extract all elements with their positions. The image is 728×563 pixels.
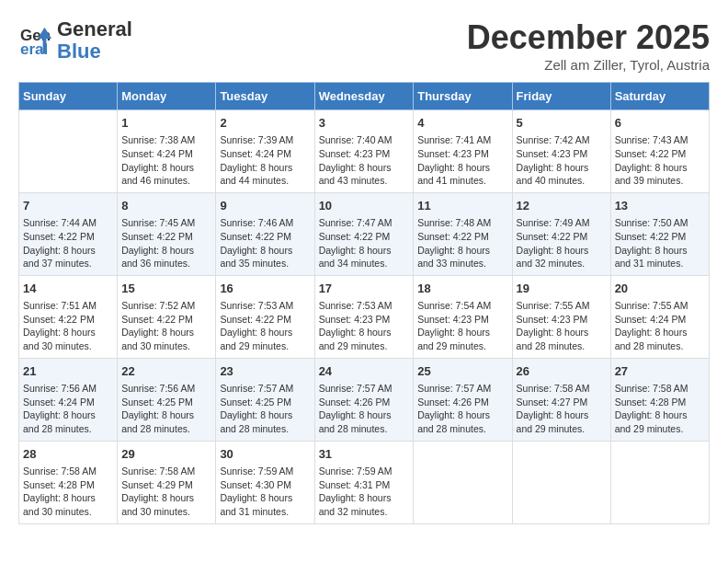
day-number: 30: [220, 446, 310, 463]
day-number: 4: [417, 115, 507, 132]
day-info: Sunrise: 7:43 AM Sunset: 4:22 PM Dayligh…: [615, 133, 705, 188]
weekday-header-tuesday: Tuesday: [216, 83, 314, 110]
day-info: Sunrise: 7:42 AM Sunset: 4:23 PM Dayligh…: [517, 133, 607, 188]
calendar-cell: 11Sunrise: 7:48 AM Sunset: 4:22 PM Dayli…: [414, 192, 512, 275]
weekday-header-friday: Friday: [512, 83, 610, 110]
day-info: Sunrise: 7:58 AM Sunset: 4:28 PM Dayligh…: [615, 382, 705, 436]
logo-line2: Blue: [57, 40, 101, 63]
day-info: Sunrise: 7:47 AM Sunset: 4:22 PM Dayligh…: [319, 216, 410, 270]
day-info: Sunrise: 7:48 AM Sunset: 4:22 PM Dayligh…: [417, 216, 507, 270]
day-info: Sunrise: 7:59 AM Sunset: 4:31 PM Dayligh…: [319, 465, 410, 519]
day-number: 9: [220, 198, 310, 214]
calendar-cell: 7Sunrise: 7:44 AM Sunset: 4:22 PM Daylig…: [19, 192, 118, 275]
page-header: Gen eral General Blue December 2025 Zell…: [18, 18, 710, 73]
calendar-cell: 9Sunrise: 7:46 AM Sunset: 4:22 PM Daylig…: [216, 192, 314, 275]
day-info: Sunrise: 7:51 AM Sunset: 4:22 PM Dayligh…: [23, 299, 113, 353]
calendar-cell: [414, 441, 512, 523]
day-number: 29: [121, 446, 211, 463]
calendar-cell: 23Sunrise: 7:57 AM Sunset: 4:25 PM Dayli…: [216, 358, 314, 441]
calendar-cell: 2Sunrise: 7:39 AM Sunset: 4:24 PM Daylig…: [216, 110, 314, 193]
calendar-cell: 18Sunrise: 7:54 AM Sunset: 4:23 PM Dayli…: [414, 275, 512, 358]
calendar-week-row: 1Sunrise: 7:38 AM Sunset: 4:24 PM Daylig…: [19, 110, 710, 193]
day-number: 6: [615, 115, 705, 132]
title-block: December 2025 Zell am Ziller, Tyrol, Aus…: [467, 18, 710, 73]
day-number: 27: [615, 363, 705, 380]
day-number: 7: [23, 198, 113, 214]
day-info: Sunrise: 7:59 AM Sunset: 4:30 PM Dayligh…: [220, 465, 310, 519]
calendar-cell: 8Sunrise: 7:45 AM Sunset: 4:22 PM Daylig…: [118, 192, 216, 275]
day-info: Sunrise: 7:45 AM Sunset: 4:22 PM Dayligh…: [121, 216, 211, 270]
calendar-cell: 27Sunrise: 7:58 AM Sunset: 4:28 PM Dayli…: [610, 358, 709, 441]
day-info: Sunrise: 7:57 AM Sunset: 4:26 PM Dayligh…: [417, 382, 507, 436]
calendar-week-row: 14Sunrise: 7:51 AM Sunset: 4:22 PM Dayli…: [19, 275, 710, 358]
calendar-cell: 30Sunrise: 7:59 AM Sunset: 4:30 PM Dayli…: [216, 441, 314, 523]
weekday-header-saturday: Saturday: [610, 83, 709, 110]
calendar-cell: 12Sunrise: 7:49 AM Sunset: 4:22 PM Dayli…: [512, 192, 610, 275]
calendar-cell: [512, 441, 610, 523]
day-number: 8: [121, 198, 211, 214]
day-number: 24: [319, 363, 410, 380]
calendar-cell: 28Sunrise: 7:58 AM Sunset: 4:28 PM Dayli…: [19, 441, 118, 523]
day-info: Sunrise: 7:39 AM Sunset: 4:24 PM Dayligh…: [220, 133, 310, 188]
day-number: 28: [23, 446, 113, 463]
day-number: 20: [615, 281, 705, 297]
calendar-cell: 21Sunrise: 7:56 AM Sunset: 4:24 PM Dayli…: [19, 358, 118, 441]
day-info: Sunrise: 7:38 AM Sunset: 4:24 PM Dayligh…: [121, 133, 211, 188]
calendar-cell: 6Sunrise: 7:43 AM Sunset: 4:22 PM Daylig…: [610, 110, 709, 193]
calendar-week-row: 7Sunrise: 7:44 AM Sunset: 4:22 PM Daylig…: [19, 192, 710, 275]
weekday-header-row: SundayMondayTuesdayWednesdayThursdayFrid…: [19, 83, 710, 110]
day-info: Sunrise: 7:46 AM Sunset: 4:22 PM Dayligh…: [220, 216, 310, 270]
calendar-week-row: 28Sunrise: 7:58 AM Sunset: 4:28 PM Dayli…: [19, 441, 710, 523]
day-info: Sunrise: 7:56 AM Sunset: 4:25 PM Dayligh…: [121, 382, 211, 436]
calendar-cell: [610, 441, 709, 523]
calendar-week-row: 21Sunrise: 7:56 AM Sunset: 4:24 PM Dayli…: [19, 358, 710, 441]
day-info: Sunrise: 7:50 AM Sunset: 4:22 PM Dayligh…: [615, 216, 705, 270]
day-info: Sunrise: 7:49 AM Sunset: 4:22 PM Dayligh…: [517, 216, 607, 270]
calendar-cell: 29Sunrise: 7:58 AM Sunset: 4:29 PM Dayli…: [118, 441, 216, 523]
day-number: 22: [121, 363, 211, 380]
day-number: 25: [417, 363, 507, 380]
weekday-header-sunday: Sunday: [19, 83, 118, 110]
day-number: 15: [121, 281, 211, 297]
weekday-header-thursday: Thursday: [414, 83, 512, 110]
day-info: Sunrise: 7:55 AM Sunset: 4:24 PM Dayligh…: [615, 299, 705, 353]
day-number: 10: [319, 198, 410, 214]
day-number: 26: [517, 363, 607, 380]
calendar-cell: 5Sunrise: 7:42 AM Sunset: 4:23 PM Daylig…: [512, 110, 610, 193]
day-info: Sunrise: 7:57 AM Sunset: 4:26 PM Dayligh…: [319, 382, 410, 436]
logo: Gen eral General Blue: [18, 18, 132, 63]
day-number: 14: [23, 281, 113, 297]
calendar-cell: 16Sunrise: 7:53 AM Sunset: 4:22 PM Dayli…: [216, 275, 314, 358]
day-number: 21: [23, 363, 113, 380]
calendar: SundayMondayTuesdayWednesdayThursdayFrid…: [18, 82, 710, 524]
calendar-cell: 3Sunrise: 7:40 AM Sunset: 4:23 PM Daylig…: [314, 110, 414, 193]
day-info: Sunrise: 7:40 AM Sunset: 4:23 PM Dayligh…: [319, 133, 410, 188]
calendar-cell: 14Sunrise: 7:51 AM Sunset: 4:22 PM Dayli…: [19, 275, 118, 358]
day-number: 18: [417, 281, 507, 297]
day-info: Sunrise: 7:53 AM Sunset: 4:23 PM Dayligh…: [319, 299, 410, 353]
calendar-cell: 1Sunrise: 7:38 AM Sunset: 4:24 PM Daylig…: [118, 110, 216, 193]
calendar-cell: 17Sunrise: 7:53 AM Sunset: 4:23 PM Dayli…: [314, 275, 414, 358]
logo-line1: General: [57, 17, 132, 40]
day-info: Sunrise: 7:53 AM Sunset: 4:22 PM Dayligh…: [220, 299, 310, 353]
calendar-cell: 24Sunrise: 7:57 AM Sunset: 4:26 PM Dayli…: [314, 358, 414, 441]
day-number: 3: [319, 115, 410, 132]
day-number: 16: [220, 281, 310, 297]
location: Zell am Ziller, Tyrol, Austria: [467, 57, 710, 73]
calendar-cell: 4Sunrise: 7:41 AM Sunset: 4:23 PM Daylig…: [414, 110, 512, 193]
day-info: Sunrise: 7:56 AM Sunset: 4:24 PM Dayligh…: [23, 382, 113, 436]
day-info: Sunrise: 7:58 AM Sunset: 4:29 PM Dayligh…: [121, 465, 211, 519]
day-info: Sunrise: 7:58 AM Sunset: 4:28 PM Dayligh…: [23, 465, 113, 519]
day-number: 2: [220, 115, 310, 132]
day-info: Sunrise: 7:55 AM Sunset: 4:23 PM Dayligh…: [517, 299, 607, 353]
weekday-header-wednesday: Wednesday: [314, 83, 414, 110]
calendar-cell: 26Sunrise: 7:58 AM Sunset: 4:27 PM Dayli…: [512, 358, 610, 441]
calendar-cell: 15Sunrise: 7:52 AM Sunset: 4:22 PM Dayli…: [118, 275, 216, 358]
day-info: Sunrise: 7:41 AM Sunset: 4:23 PM Dayligh…: [417, 133, 507, 188]
calendar-cell: 25Sunrise: 7:57 AM Sunset: 4:26 PM Dayli…: [414, 358, 512, 441]
calendar-cell: 20Sunrise: 7:55 AM Sunset: 4:24 PM Dayli…: [610, 275, 709, 358]
calendar-cell: 19Sunrise: 7:55 AM Sunset: 4:23 PM Dayli…: [512, 275, 610, 358]
day-number: 11: [417, 198, 507, 214]
day-number: 19: [517, 281, 607, 297]
day-number: 13: [615, 198, 705, 214]
